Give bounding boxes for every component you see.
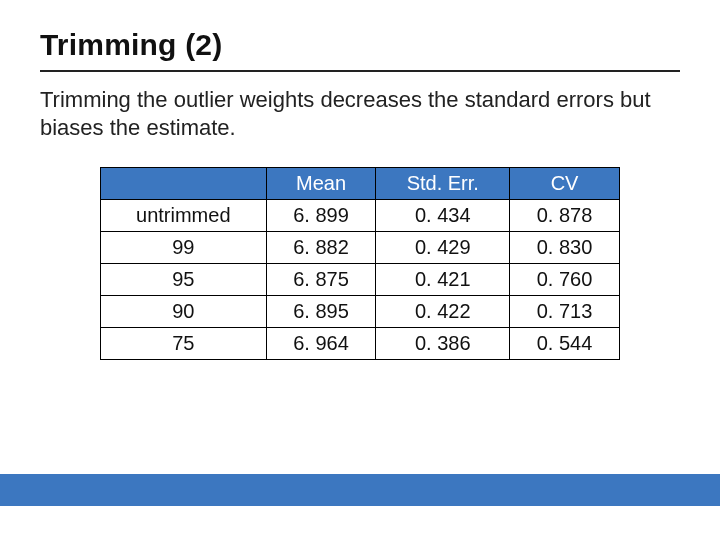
cell-stderr: 0. 421 [376,264,510,296]
cell-stderr: 0. 429 [376,232,510,264]
table-header-mean: Mean [266,168,376,200]
cell-stderr: 0. 386 [376,328,510,360]
table-row: untrimmed 6. 899 0. 434 0. 878 [101,200,620,232]
table-row: 75 6. 964 0. 386 0. 544 [101,328,620,360]
table-row: 95 6. 875 0. 421 0. 760 [101,264,620,296]
table-header-stderr: Std. Err. [376,168,510,200]
body-text: Trimming the outlier weights decreases t… [40,86,680,141]
row-label: 75 [101,328,267,360]
slide: Trimming (2) Trimming the outlier weight… [0,0,720,540]
cell-cv: 0. 760 [510,264,620,296]
row-label: 95 [101,264,267,296]
cell-cv: 0. 830 [510,232,620,264]
footer-accent-bar [0,474,720,506]
cell-cv: 0. 713 [510,296,620,328]
table-header-cv: CV [510,168,620,200]
cell-mean: 6. 899 [266,200,376,232]
cell-stderr: 0. 434 [376,200,510,232]
page-title: Trimming (2) [40,28,680,62]
cell-mean: 6. 964 [266,328,376,360]
data-table-container: Mean Std. Err. CV untrimmed 6. 899 0. 43… [100,167,620,360]
cell-mean: 6. 895 [266,296,376,328]
table-header-blank [101,168,267,200]
cell-stderr: 0. 422 [376,296,510,328]
row-label: 90 [101,296,267,328]
table-row: 90 6. 895 0. 422 0. 713 [101,296,620,328]
cell-mean: 6. 875 [266,264,376,296]
data-table: Mean Std. Err. CV untrimmed 6. 899 0. 43… [100,167,620,360]
row-label: 99 [101,232,267,264]
cell-cv: 0. 878 [510,200,620,232]
title-divider [40,70,680,72]
cell-mean: 6. 882 [266,232,376,264]
row-label: untrimmed [101,200,267,232]
table-row: 99 6. 882 0. 429 0. 830 [101,232,620,264]
cell-cv: 0. 544 [510,328,620,360]
table-header-row: Mean Std. Err. CV [101,168,620,200]
